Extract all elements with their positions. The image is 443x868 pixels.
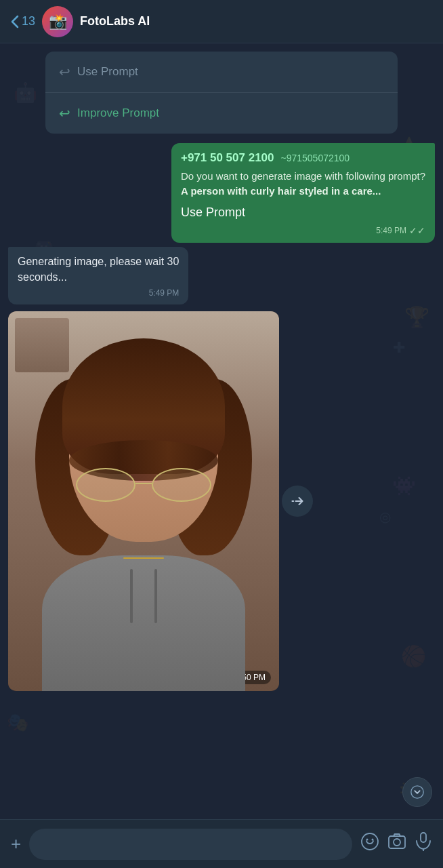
mic-button[interactable] <box>415 832 432 856</box>
back-count: 13 <box>22 14 35 28</box>
bottom-bar: + <box>0 819 443 868</box>
reply-icon-improve: ↩ <box>59 105 70 121</box>
incoming-text-time: 5:49 PM <box>149 288 180 299</box>
incoming-text-meta: 5:49 PM <box>18 288 179 299</box>
chat-header: 13 📸 FotoLabs AI <box>0 0 443 43</box>
use-prompt-menu-item[interactable]: ↩ Use Prompt <box>45 52 398 93</box>
image-message[interactable]: 5:50 PM <box>8 311 279 691</box>
svg-rect-6 <box>421 833 426 842</box>
message-ticks: ✓✓ <box>409 225 425 236</box>
reply-icon-use: ↩ <box>59 64 70 80</box>
image-message-container: 5:50 PM <box>8 311 279 691</box>
hair-wave-1 <box>69 440 218 481</box>
photo-hair-top <box>62 338 225 474</box>
bot-menu-bubble: ↩ Use Prompt ↩ Improve Prompt <box>45 52 398 134</box>
chat-area: ↩ Use Prompt ↩ Improve Prompt +971 50 50… <box>0 43 443 819</box>
svg-point-0 <box>411 786 423 798</box>
message-time: 5:49 PM <box>376 226 406 235</box>
message-body-normal: Do you want to generate image with follo… <box>181 170 425 182</box>
avatar: 📸 <box>42 6 73 37</box>
improve-prompt-label: Improve Prompt <box>77 106 159 120</box>
plus-button[interactable]: + <box>11 833 21 854</box>
message-body: Do you want to generate image with follo… <box>181 169 425 199</box>
camera-button[interactable] <box>387 832 406 856</box>
message-meta: 5:49 PM ✓✓ <box>181 225 425 236</box>
share-button[interactable] <box>282 486 313 517</box>
outgoing-message: +971 50 507 2100 ~971505072100 Do you wa… <box>171 143 435 243</box>
sticker-button[interactable] <box>360 832 379 856</box>
hoodie-string-right <box>154 569 157 623</box>
svg-point-2 <box>366 839 368 841</box>
back-button[interactable] <box>11 15 19 28</box>
phone-line: +971 50 507 2100 ~971505072100 <box>181 151 425 165</box>
svg-point-5 <box>394 839 400 846</box>
necklace <box>123 557 164 559</box>
photo-content <box>8 311 279 691</box>
use-prompt-label: Use Prompt <box>77 65 138 79</box>
phone-number: +971 50 507 2100 <box>181 151 274 165</box>
message-body-bold: A person with curly hair styled in a car… <box>181 185 381 197</box>
improve-prompt-menu-item[interactable]: ↩ Improve Prompt <box>45 93 398 134</box>
incoming-text-message: Generating image, please wait 30 seconds… <box>8 247 188 305</box>
bg-shelf <box>15 318 69 372</box>
svg-point-1 <box>362 833 378 850</box>
use-prompt-action[interactable]: Use Prompt <box>181 205 425 220</box>
chat-title: FotoLabs AI <box>80 14 150 28</box>
photo-body <box>42 555 245 691</box>
message-input[interactable] <box>29 829 352 860</box>
avatar-emoji: 📸 <box>49 13 67 31</box>
hoodie-string-left <box>130 569 133 623</box>
svg-point-3 <box>372 839 374 841</box>
svg-rect-4 <box>389 836 405 848</box>
phone-tilde: ~971505072100 <box>281 153 350 163</box>
scroll-down-button[interactable] <box>402 777 432 807</box>
incoming-text-line2: seconds... <box>18 271 67 283</box>
incoming-text-line1: Generating image, please wait 30 <box>18 256 179 267</box>
